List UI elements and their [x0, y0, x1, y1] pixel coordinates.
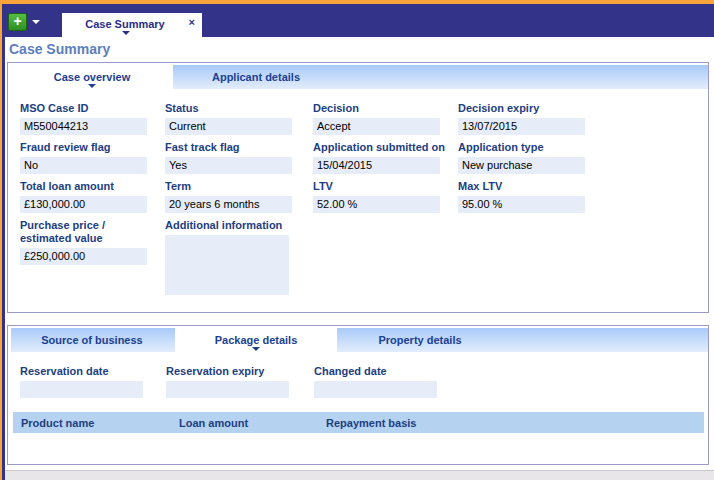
- field-reservation-date: Reservation date: [20, 365, 166, 398]
- changed-date-input[interactable]: [314, 381, 437, 398]
- field-label: Reservation date: [20, 365, 166, 378]
- add-icon[interactable]: +: [8, 13, 27, 31]
- field-label: Decision: [313, 102, 458, 115]
- additional-information-textarea[interactable]: [165, 235, 289, 295]
- field-label: MSO Case ID: [20, 102, 165, 115]
- column-header-repayment-basis: Repayment basis: [326, 417, 704, 429]
- field-label: Max LTV: [458, 180, 618, 193]
- field-value[interactable]: 15/04/2015: [313, 157, 440, 174]
- field-label: Total loan amount: [20, 180, 165, 193]
- field-decision-expiry: Decision expiry 13/07/2015: [458, 102, 618, 135]
- tab-source-of-business[interactable]: Source of business: [11, 328, 173, 352]
- field-label: Term: [165, 180, 313, 193]
- field-status: Status Current: [165, 102, 313, 135]
- field-label: Purchase price / estimated value: [20, 219, 165, 245]
- overview-fields: MSO Case ID M550044213 Status Current De…: [20, 102, 708, 295]
- field-value[interactable]: Yes: [165, 157, 292, 174]
- field-value[interactable]: £130,000.00: [20, 196, 147, 213]
- page-title: Case Summary: [9, 41, 110, 57]
- field-application-type: Application type New purchase: [458, 141, 618, 174]
- field-value[interactable]: No: [20, 157, 147, 174]
- tab-case-overview[interactable]: Case overview: [11, 65, 173, 89]
- active-tab-caret-icon: [88, 84, 96, 88]
- chevron-down-icon: [122, 31, 130, 35]
- field-label: Fast track flag: [165, 141, 313, 154]
- tab-label: Package details: [215, 334, 298, 346]
- tab-package-details[interactable]: Package details: [175, 328, 337, 352]
- window-top-accent-bar: [0, 0, 714, 4]
- case-overview-panel: Case overview Applicant details MSO Case…: [7, 62, 709, 313]
- tab-label: Applicant details: [212, 71, 300, 83]
- field-changed-date: Changed date: [314, 365, 514, 398]
- chevron-down-icon: [32, 20, 40, 24]
- field-value[interactable]: 95.00 %: [458, 196, 585, 213]
- package-details-panel: Source of business Package details Prope…: [7, 325, 709, 465]
- top-navigation-bar: + Case Summary ×: [2, 4, 714, 37]
- new-case-button[interactable]: +: [8, 12, 40, 32]
- field-label: Decision expiry: [458, 102, 618, 115]
- field-label: Application type: [458, 141, 618, 154]
- field-value[interactable]: M550044213: [20, 118, 147, 135]
- field-label: Status: [165, 102, 313, 115]
- column-header-product-name: Product name: [21, 417, 179, 429]
- field-value[interactable]: 13/07/2015: [458, 118, 585, 135]
- active-tab-caret-icon: [252, 347, 260, 351]
- field-label: LTV: [313, 180, 458, 193]
- field-label: Reservation expiry: [166, 365, 314, 378]
- nav-tab-label: Case Summary: [62, 18, 188, 30]
- field-total-loan-amount: Total loan amount £130,000.00: [20, 180, 165, 213]
- field-fraud-review-flag: Fraud review flag No: [20, 141, 165, 174]
- field-value[interactable]: New purchase: [458, 157, 585, 174]
- field-additional-information: Additional information: [165, 219, 313, 295]
- field-mso-case-id: MSO Case ID M550044213: [20, 102, 165, 135]
- field-application-submitted-on: Application submitted on 15/04/2015: [313, 141, 458, 174]
- status-bar: [5, 470, 714, 480]
- field-purchase-price: Purchase price / estimated value £250,00…: [20, 219, 165, 295]
- window-left-navy-bar: [2, 4, 5, 480]
- field-label: Changed date: [314, 365, 514, 378]
- field-value[interactable]: 20 years 6 months: [165, 196, 292, 213]
- field-value[interactable]: Current: [165, 118, 292, 135]
- tab-label: Case overview: [54, 71, 130, 83]
- field-value[interactable]: 52.00 %: [313, 196, 440, 213]
- field-value[interactable]: £250,000.00: [20, 248, 147, 265]
- close-icon[interactable]: ×: [189, 17, 195, 28]
- product-table-header: Product name Loan amount Repayment basis: [13, 412, 704, 433]
- package-fields: Reservation date Reservation expiry Chan…: [20, 365, 708, 398]
- reservation-expiry-input[interactable]: [166, 381, 289, 398]
- tab-label: Property details: [378, 334, 461, 346]
- field-label: Fraud review flag: [20, 141, 165, 154]
- field-decision: Decision Accept: [313, 102, 458, 135]
- tab-applicant-details[interactable]: Applicant details: [175, 65, 337, 89]
- tab-label: Source of business: [41, 334, 142, 346]
- field-value[interactable]: Accept: [313, 118, 440, 135]
- field-max-ltv: Max LTV 95.00 %: [458, 180, 618, 213]
- column-header-loan-amount: Loan amount: [179, 417, 326, 429]
- tab-property-details[interactable]: Property details: [339, 328, 501, 352]
- field-reservation-expiry: Reservation expiry: [166, 365, 314, 398]
- package-tabstrip: Source of business Package details Prope…: [11, 328, 708, 352]
- field-ltv: LTV 52.00 %: [313, 180, 458, 213]
- field-label: Additional information: [165, 219, 313, 232]
- overview-tabstrip: Case overview Applicant details: [11, 65, 708, 89]
- reservation-date-input[interactable]: [20, 381, 143, 398]
- nav-tab-case-summary[interactable]: Case Summary ×: [62, 13, 202, 37]
- field-fast-track-flag: Fast track flag Yes: [165, 141, 313, 174]
- field-label: Application submitted on: [313, 141, 458, 154]
- field-term: Term 20 years 6 months: [165, 180, 313, 213]
